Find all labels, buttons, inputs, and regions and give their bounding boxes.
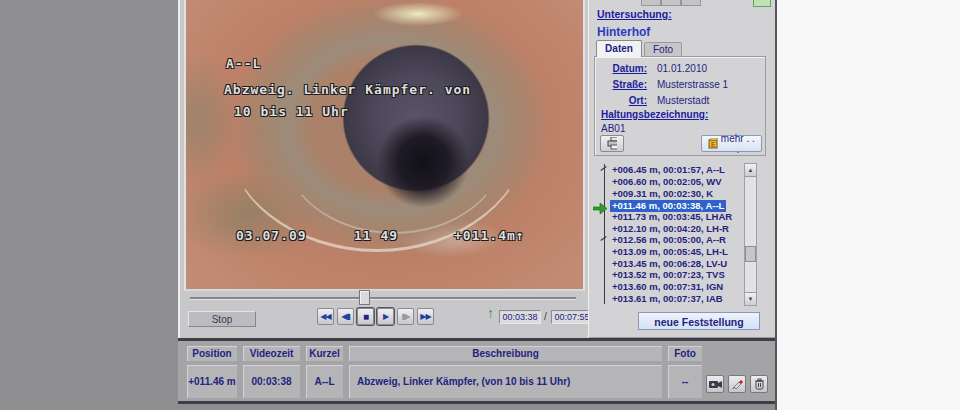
osd-position: +011.4m↑: [454, 228, 525, 243]
play-button[interactable]: ▶: [377, 308, 394, 325]
site-name: Hinterhof: [597, 25, 650, 39]
rewind-button[interactable]: ◀◀: [317, 308, 334, 325]
photo-capture-button[interactable]: [706, 375, 724, 393]
haltungsbezeichnung-label[interactable]: Haltungsbezeichnung:: [601, 109, 708, 120]
scroll-up-icon[interactable]: ▲: [745, 164, 756, 177]
ort-label[interactable]: Ort:: [595, 95, 647, 106]
daten-groupbox: Datum: 01.01.2010 Straße: Musterstrasse …: [594, 56, 766, 156]
cropped-toolbar-button[interactable]: [681, 0, 701, 6]
time-separator: /: [544, 311, 547, 322]
tab-foto[interactable]: Foto: [644, 42, 682, 57]
strasse-value: Musterstrasse 1: [657, 79, 728, 90]
finding-list-item[interactable]: +006.60 m, 00:02:05, WV: [610, 176, 724, 188]
delete-finding-button[interactable]: [750, 375, 768, 393]
strasse-label[interactable]: Straße:: [595, 79, 647, 90]
column-header-videozeit[interactable]: Videozeit: [243, 346, 300, 361]
step-back-button[interactable]: ◀▮: [337, 308, 354, 325]
position-up-arrow-icon: ↑: [487, 305, 494, 321]
inspection-video-frame[interactable]: A--L Abzweig. Linker Kämpfer. von 10 bis…: [184, 0, 585, 291]
edit-finding-button[interactable]: [728, 375, 746, 393]
ort-value: Musterstadt: [657, 95, 709, 106]
stop-playback-button[interactable]: ■: [357, 308, 374, 325]
datum-label[interactable]: Datum:: [595, 63, 647, 74]
step-forward-icon: ▮▶: [401, 312, 410, 321]
print-button[interactable]: [600, 135, 624, 152]
current-finding-arrow-icon: [593, 200, 607, 218]
details-box-icon: E: [708, 138, 718, 149]
osd-date: 03.07.09: [236, 228, 307, 243]
osd-text-line2: Abzweig. Linker Kämpfer. von: [224, 82, 471, 97]
tab-daten[interactable]: Daten: [596, 40, 642, 57]
finding-list-item[interactable]: +012.56 m, 00:05:00, A--R: [610, 234, 728, 246]
neue-feststellung-button[interactable]: neue Feststellung: [638, 312, 760, 330]
svg-text:E: E: [711, 141, 716, 148]
cell-kurzel: A--L: [306, 365, 343, 398]
step-back-icon: ◀▮: [341, 312, 350, 321]
cropped-toolbar-button[interactable]: [661, 0, 681, 6]
fast-forward-button[interactable]: ▶▶: [417, 308, 434, 325]
step-forward-button[interactable]: ▮▶: [397, 308, 414, 325]
trash-icon: [754, 378, 765, 390]
cropped-toolbar-button[interactable]: [753, 0, 771, 7]
inspection-panel: Untersuchung: Hinterhof Daten Foto Datum…: [588, 0, 775, 338]
osd-clock: 11 49: [354, 228, 398, 243]
total-time-display: 00:07:55: [551, 310, 593, 324]
haltungsbezeichnung-value: AB01: [601, 123, 625, 134]
finding-list-item[interactable]: +013.61 m, 00:07:37, IAB: [610, 293, 725, 305]
scrollbar-thumb[interactable]: [745, 246, 756, 262]
column-header-foto[interactable]: Foto: [668, 346, 702, 361]
mehr-button[interactable]: E mehr . . .: [701, 135, 762, 152]
finding-list-item[interactable]: +013.60 m, 00:07:31, IGN: [610, 281, 725, 293]
finding-list-item[interactable]: +009.31 m, 00:02:30, K: [610, 188, 715, 200]
stop-button[interactable]: Stop: [188, 311, 256, 327]
mehr-button-label: mehr . . .: [721, 133, 755, 155]
right-empty-area: [775, 0, 960, 410]
current-time-display: 00:03:38: [499, 310, 541, 324]
cropped-toolbar-button[interactable]: [641, 0, 661, 6]
finding-list-item[interactable]: +013.09 m, 00:05:45, LH-L: [610, 246, 730, 258]
pipe-profile-line: [604, 164, 605, 304]
finding-list-item[interactable]: +013.52 m, 00:07:23, TVS: [610, 269, 727, 281]
untersuchung-link[interactable]: Untersuchung:: [597, 8, 672, 20]
play-icon: ▶: [383, 312, 388, 321]
column-header-position[interactable]: Position: [187, 346, 237, 361]
scroll-down-icon[interactable]: ▼: [745, 292, 756, 305]
cell-position: +011.46 m: [187, 365, 237, 398]
datum-value: 01.01.2010: [657, 63, 707, 74]
app-window: A--L Abzweig. Linker Kämpfer. von 10 bis…: [0, 0, 960, 410]
cell-beschreibung[interactable]: Abzweig, Linker Kämpfer, (von 10 bis 11 …: [349, 365, 662, 398]
cell-foto: --: [668, 365, 702, 398]
camera-icon: [709, 379, 722, 389]
video-seek-thumb[interactable]: [359, 290, 370, 305]
finding-detail-table: Position Videozeit Kurzel Beschreibung F…: [178, 338, 775, 404]
rewind-icon: ◀◀: [320, 312, 330, 321]
osd-code: A--L: [226, 56, 261, 71]
video-seek-track[interactable]: [190, 297, 576, 300]
printer-icon: [607, 137, 617, 150]
fast-forward-icon: ▶▶: [420, 312, 430, 321]
stop-square-icon: ■: [363, 311, 368, 322]
osd-text-line3: 10 bis 11 Uhr: [234, 104, 349, 119]
transport-buttons: ◀◀ ◀▮ ■ ▶ ▮▶ ▶▶: [317, 308, 434, 325]
column-header-kurzel[interactable]: Kurzel: [306, 346, 343, 361]
column-header-beschreibung[interactable]: Beschreibung: [349, 346, 662, 361]
finding-list-item[interactable]: +006.45 m, 00:01:57, A--L: [610, 164, 727, 176]
video-panel: A--L Abzweig. Linker Kämpfer. von 10 bis…: [178, 0, 588, 338]
cell-videozeit: 00:03:38: [243, 365, 300, 398]
edit-pen-icon: [731, 378, 743, 390]
finding-list-item[interactable]: +011.73 m, 00:03:45, LHAR: [610, 211, 734, 223]
findings-scrollbar[interactable]: ▲ ▼: [744, 163, 757, 306]
